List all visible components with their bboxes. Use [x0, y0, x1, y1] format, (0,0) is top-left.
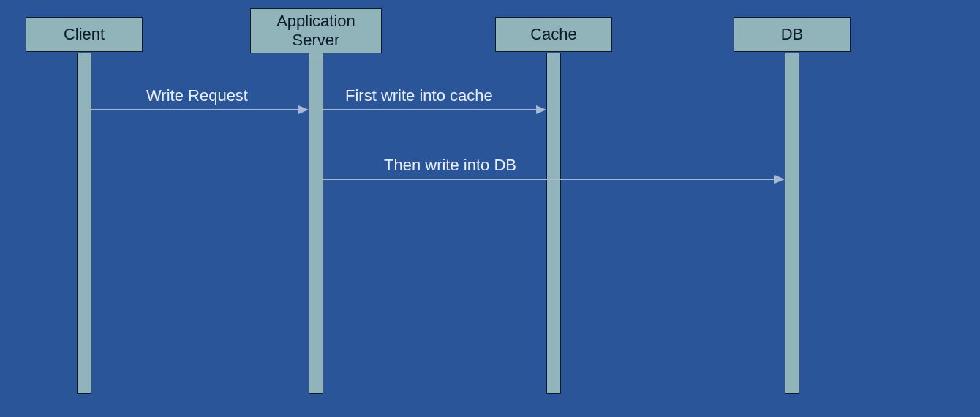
arrows-layer	[0, 0, 980, 417]
actor-client-label: Client	[64, 25, 105, 44]
arrow-first-write-into-cache	[323, 105, 546, 114]
lifeline-db	[785, 53, 799, 394]
svg-marker-5	[774, 175, 785, 184]
svg-marker-3	[536, 105, 546, 114]
lifeline-application-server	[309, 53, 323, 394]
message-first-write-into-cache-label: First write into cache	[345, 86, 493, 105]
lifeline-cache	[546, 53, 561, 394]
actor-db: DB	[734, 17, 851, 52]
svg-marker-1	[298, 105, 309, 114]
arrow-write-request	[91, 105, 309, 114]
actor-client: Client	[26, 17, 143, 52]
actor-db-label: DB	[781, 25, 804, 44]
lifeline-client	[77, 53, 91, 394]
actor-application-server-label: Application Server	[276, 12, 355, 50]
actor-application-server: Application Server	[250, 8, 382, 53]
message-write-request-label: Write Request	[146, 86, 248, 105]
actor-cache: Cache	[495, 17, 612, 52]
sequence-diagram: Client Application Server Cache DB Write…	[0, 0, 980, 417]
message-then-write-into-db-label: Then write into DB	[384, 156, 516, 175]
actor-cache-label: Cache	[530, 25, 577, 44]
